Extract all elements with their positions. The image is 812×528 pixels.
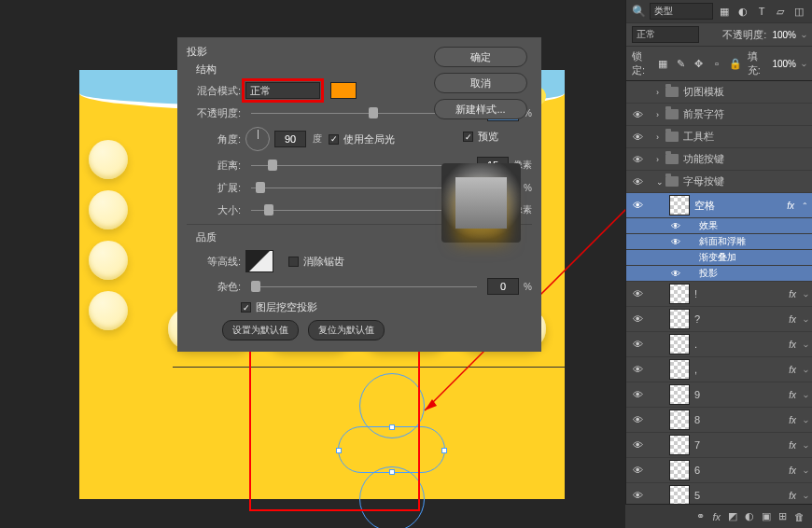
contour-label: 等高线: bbox=[196, 255, 241, 269]
new-layer-icon[interactable]: ⊞ bbox=[778, 510, 787, 522]
trash-icon[interactable]: 🗑 bbox=[794, 511, 805, 522]
filter-image-icon[interactable]: ▦ bbox=[717, 4, 732, 19]
visibility-icon[interactable]: 👁 bbox=[630, 154, 645, 165]
lock-artboard-icon[interactable]: ▫ bbox=[710, 56, 722, 71]
visibility-icon[interactable]: 👁 bbox=[630, 176, 645, 188]
filter-shape-icon[interactable]: ▱ bbox=[773, 4, 788, 19]
layer-group[interactable]: 👁⌄字母按键 bbox=[626, 171, 812, 193]
folder-icon bbox=[665, 176, 679, 187]
noise-value[interactable]: 0 bbox=[487, 278, 519, 295]
effect-item[interactable]: 👁投影 bbox=[626, 266, 812, 282]
layer-item-selected[interactable]: 👁空格fx⌃ bbox=[626, 193, 812, 218]
blend-mode-label: 混合模式: bbox=[196, 84, 241, 98]
preview-thumbnail bbox=[441, 163, 521, 243]
lock-move-icon[interactable]: ✥ bbox=[693, 56, 705, 71]
effect-item[interactable]: 👁渐变叠加 bbox=[626, 250, 812, 266]
chevron-down-icon[interactable]: ⌵ bbox=[802, 31, 806, 39]
visibility-icon[interactable]: 👁 bbox=[630, 439, 645, 451]
lock-pixels-icon[interactable]: ▦ bbox=[657, 56, 669, 71]
contour-picker[interactable] bbox=[245, 250, 273, 272]
panel-opacity-value[interactable]: 100% bbox=[772, 30, 796, 40]
visibility-icon[interactable]: 👁 bbox=[630, 364, 645, 375]
layer-item[interactable]: 👁9fx⌵ bbox=[626, 382, 812, 408]
angle-label: 角度: bbox=[196, 132, 241, 146]
layer-thumb bbox=[669, 309, 690, 329]
shadow-color-swatch[interactable] bbox=[330, 82, 357, 99]
filter-type-icon[interactable]: T bbox=[754, 4, 769, 19]
fx-badge[interactable]: fx bbox=[787, 201, 802, 211]
visibility-icon[interactable]: 👁 bbox=[630, 109, 645, 120]
layers-list[interactable]: ›切图模板 👁›前景字符 👁›工具栏 👁›功能按键 👁⌄字母按键 👁空格fx⌃ … bbox=[626, 81, 812, 510]
effect-item[interactable]: 👁斜面和浮雕 bbox=[626, 234, 812, 250]
layers-panel: 🔍 类型 ▦ ◐ T ▱ ◫ 正常 不透明度: 100% ⌵ 锁定: ▦ ✎ ✥… bbox=[625, 0, 812, 528]
effects-header[interactable]: 👁效果 bbox=[626, 218, 812, 234]
cancel-button[interactable]: 取消 bbox=[434, 73, 527, 93]
round-key bbox=[89, 291, 128, 330]
group-icon[interactable]: ▣ bbox=[762, 510, 771, 522]
ok-button[interactable]: 确定 bbox=[434, 47, 527, 67]
layer-item[interactable]: 👁7fx⌵ bbox=[626, 433, 812, 458]
knockout-checkbox[interactable] bbox=[241, 302, 251, 313]
layer-item[interactable]: 👁.fx⌵ bbox=[626, 332, 812, 357]
visibility-icon[interactable]: 👁 bbox=[630, 389, 645, 400]
filter-adjust-icon[interactable]: ◐ bbox=[735, 4, 750, 19]
layer-group[interactable]: 👁›工具栏 bbox=[626, 126, 812, 148]
visibility-icon[interactable]: 👁 bbox=[630, 414, 645, 425]
layer-thumb bbox=[669, 334, 690, 354]
round-key bbox=[89, 140, 128, 179]
layer-group[interactable]: 👁›功能按键 bbox=[626, 148, 812, 171]
size-label: 大小: bbox=[196, 203, 241, 217]
search-icon: 🔍 bbox=[632, 5, 646, 18]
layer-group[interactable]: ›切图模板 bbox=[626, 81, 812, 104]
visibility-icon[interactable]: 👁 bbox=[630, 490, 645, 501]
layer-thumb bbox=[669, 384, 690, 405]
reset-default-button[interactable]: 复位为默认值 bbox=[308, 320, 385, 340]
visibility-icon[interactable]: 👁 bbox=[630, 313, 645, 325]
blend-mode-select[interactable]: 正常 bbox=[245, 82, 320, 99]
global-light-checkbox[interactable] bbox=[329, 134, 339, 145]
opacity-label: 不透明度: bbox=[196, 106, 241, 120]
layer-item[interactable]: 👁!fx⌵ bbox=[626, 282, 812, 307]
layer-item[interactable]: 👁,fx⌵ bbox=[626, 357, 812, 382]
new-style-button[interactable]: 新建样式... bbox=[434, 99, 527, 119]
visibility-icon[interactable]: 👁 bbox=[630, 132, 645, 143]
visibility-icon[interactable]: 👁 bbox=[630, 288, 645, 299]
visibility-icon[interactable]: 👁 bbox=[630, 200, 645, 211]
lock-brush-icon[interactable]: ✎ bbox=[675, 56, 687, 71]
fill-value[interactable]: 100% bbox=[772, 59, 796, 69]
layer-thumb bbox=[669, 460, 690, 480]
visibility-icon[interactable]: 👁 bbox=[671, 269, 680, 279]
layer-thumb bbox=[669, 284, 690, 304]
layer-item[interactable]: 👁?fx⌵ bbox=[626, 307, 812, 332]
chevron-down-icon[interactable]: ⌵ bbox=[802, 60, 806, 68]
filter-smart-icon[interactable]: ◫ bbox=[791, 4, 806, 19]
visibility-icon[interactable]: 👁 bbox=[671, 221, 680, 231]
adjustment-icon[interactable]: ◐ bbox=[745, 510, 754, 522]
round-key bbox=[89, 190, 128, 229]
preview-checkbox[interactable] bbox=[463, 132, 473, 142]
spread-label: 扩展: bbox=[196, 181, 241, 195]
knockout-label: 图层挖空投影 bbox=[256, 300, 317, 314]
mask-icon[interactable]: ◩ bbox=[728, 510, 737, 522]
layer-thumb bbox=[669, 195, 690, 215]
visibility-icon[interactable]: 👁 bbox=[671, 237, 680, 247]
antialias-checkbox[interactable] bbox=[288, 257, 299, 267]
noise-slider[interactable] bbox=[251, 286, 477, 287]
layer-item[interactable]: 👁6fx⌵ bbox=[626, 458, 812, 483]
link-icon[interactable]: ⚭ bbox=[696, 510, 705, 522]
fx-icon[interactable]: fx bbox=[712, 511, 721, 522]
visibility-icon[interactable]: 👁 bbox=[630, 339, 645, 350]
side-keys bbox=[89, 140, 128, 341]
layer-thumb bbox=[669, 359, 690, 380]
filter-type-select[interactable]: 类型 bbox=[650, 3, 713, 20]
visibility-icon[interactable]: 👁 bbox=[630, 465, 645, 476]
layer-thumb bbox=[669, 485, 690, 506]
angle-value[interactable]: 90 bbox=[274, 131, 306, 147]
fill-label: 填充: bbox=[748, 49, 767, 77]
lock-all-icon[interactable]: 🔒 bbox=[729, 56, 742, 71]
layer-group[interactable]: 👁›前景字符 bbox=[626, 104, 812, 126]
angle-dial[interactable] bbox=[245, 127, 270, 151]
set-default-button[interactable]: 设置为默认值 bbox=[222, 320, 299, 340]
blend-mode-panel[interactable]: 正常 bbox=[632, 26, 699, 43]
layer-item[interactable]: 👁8fx⌵ bbox=[626, 408, 812, 433]
